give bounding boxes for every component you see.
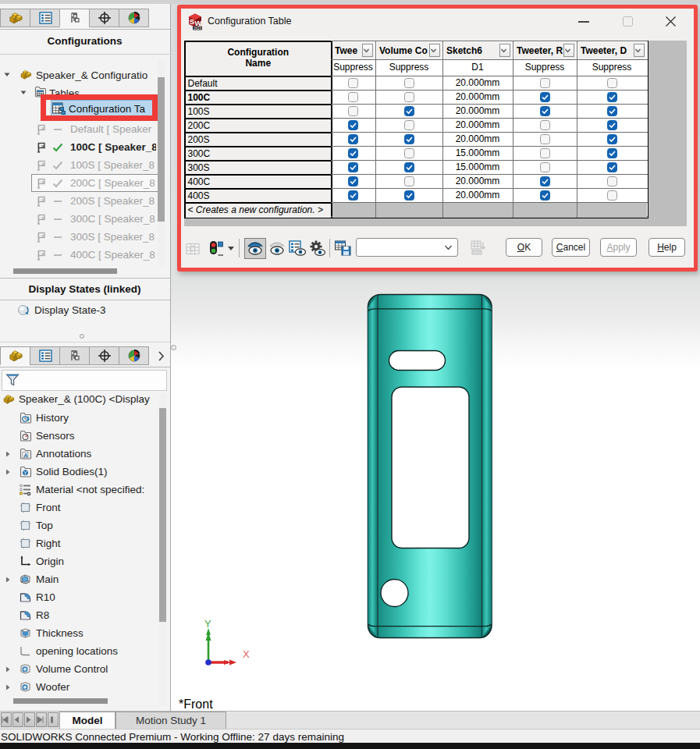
svg-text:X: X <box>243 648 250 660</box>
svg-text:A: A <box>23 452 28 459</box>
svg-text:2023: 2023 <box>194 27 202 30</box>
svg-text:Y: Y <box>204 618 211 630</box>
svg-text:S: S <box>190 17 194 26</box>
